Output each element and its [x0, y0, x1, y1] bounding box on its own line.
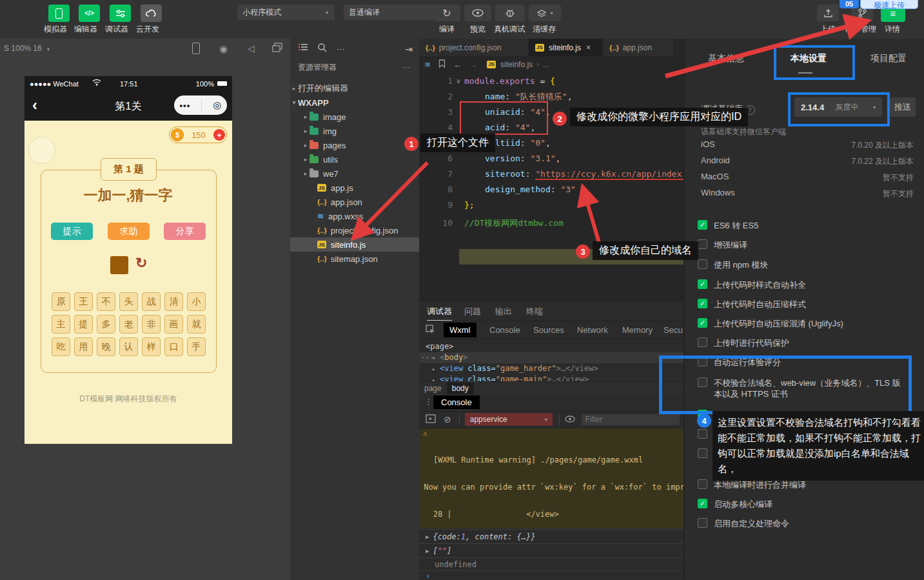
tile[interactable]: 老 [119, 315, 138, 334]
search-icon[interactable] [317, 43, 327, 54]
setting-checkbox-row[interactable]: ES6 转 ES5 [698, 220, 920, 231]
checkbox[interactable] [698, 448, 707, 458]
code-area[interactable]: 1∨module.exports = { 2name: "队长猜猜乐", 3un… [419, 72, 683, 300]
console-result-array[interactable]: ▶ [""] [419, 543, 683, 557]
tile[interactable]: 样 [142, 337, 161, 356]
tile[interactable]: 就 [187, 315, 206, 334]
tile[interactable]: 不 [97, 292, 115, 311]
setting-checkbox-row[interactable]: 使用 npm 模块 [698, 259, 920, 270]
preview-button[interactable] [464, 5, 491, 21]
tab-debugger[interactable]: 调试器 [427, 306, 452, 321]
crumb-page[interactable]: page [419, 383, 447, 394]
bookmark-icon[interactable] [438, 59, 446, 70]
setting-checkbox-row[interactable]: 启动多核心编译 [698, 499, 920, 510]
collapse-panel-icon[interactable]: ⇥ [405, 44, 413, 54]
record-icon[interactable]: ◉ [219, 43, 228, 55]
tile[interactable]: 认 [119, 337, 138, 356]
kebab-menu-icon[interactable]: ⋮ [424, 397, 433, 406]
speaker-icon[interactable]: ◁ [248, 43, 255, 54]
setting-checkbox-row[interactable]: 启用自定义处理命令 [698, 518, 920, 529]
more-button[interactable]: ••• [180, 101, 191, 110]
checkbox[interactable] [698, 239, 707, 249]
tab-local-settings[interactable]: 本地设置 [791, 53, 827, 65]
crumb-body[interactable]: body [447, 383, 474, 394]
console-prompt[interactable]: › [419, 570, 683, 580]
tile[interactable]: 小 [187, 292, 206, 311]
expand-icon[interactable]: ▶ [426, 548, 429, 554]
base-lib-version-select[interactable]: 2.14.4 灰度中 ▾ [794, 97, 882, 117]
project-root-folder[interactable]: ▾ WXAPP [290, 95, 419, 110]
setting-checkbox-row[interactable]: 上传代码时自动压缩混淆 (UglifyJs) [698, 318, 920, 329]
answer-slot[interactable] [110, 256, 128, 274]
editor-tab-active[interactable]: JS siteinfo.js × [529, 39, 603, 56]
tree-item-folder[interactable]: ▸image [290, 110, 431, 124]
push-button[interactable]: 推送 [890, 97, 916, 117]
console-warning[interactable]: ⚠ [WXML Runtime warning] ./pages/game/ga… [419, 428, 683, 528]
devtools-tab-sources[interactable]: Sources [527, 323, 570, 337]
compile-button[interactable]: ↻ [433, 5, 460, 21]
breadcrumb-more[interactable]: ... [543, 60, 549, 69]
tile[interactable]: 提 [74, 315, 93, 334]
multi-window-icon[interactable] [272, 43, 282, 54]
editor-tab[interactable]: {..} app.json [603, 39, 674, 56]
file-list-icon[interactable] [298, 43, 308, 54]
add-coins-button[interactable]: + [213, 129, 225, 141]
coin-counter[interactable]: $ 150 + [169, 126, 227, 143]
nav-forward-icon[interactable]: → [469, 59, 478, 70]
tab-output[interactable]: 输出 [495, 306, 512, 317]
more-icon[interactable]: ··· [337, 44, 345, 54]
tile[interactable]: 吃 [52, 337, 70, 356]
nav-back-icon[interactable]: ← [453, 59, 462, 70]
context-select[interactable]: appservice▾ [465, 413, 553, 426]
explorer-more-icon[interactable]: ··· [402, 62, 410, 72]
close-icon[interactable]: × [586, 43, 591, 52]
setting-checkbox-row[interactable]: 上传代码时自动压缩样式 [698, 299, 920, 310]
exit-target-button[interactable]: ◎ [213, 99, 221, 111]
tree-item-folder[interactable]: ▸img [290, 124, 431, 138]
expand-icon[interactable]: ▶ [426, 534, 429, 540]
simulator-toggle-button[interactable] [48, 5, 70, 22]
console-result-object[interactable]: ▶ {code: 1, content: {…}} [419, 529, 683, 543]
tree-item-folder[interactable]: ▸we7 [290, 166, 431, 181]
panel-icon[interactable] [426, 414, 436, 425]
tile[interactable]: 手 [187, 337, 206, 356]
tile[interactable]: 用 [74, 337, 93, 356]
setting-checkbox-row[interactable]: 上传代码时样式自动补全 [698, 279, 920, 290]
debugger-toggle-button[interactable] [110, 5, 131, 22]
checkbox[interactable] [698, 429, 707, 439]
tab-terminal[interactable]: 终端 [526, 306, 543, 317]
eye-icon[interactable] [565, 415, 575, 425]
tile[interactable]: 头 [119, 292, 138, 311]
tile[interactable]: 多 [97, 315, 115, 334]
checkbox[interactable] [698, 299, 707, 308]
open-editors-section[interactable]: ▸ 打开的编辑器 [290, 81, 419, 95]
console-tab[interactable]: Console [433, 395, 480, 409]
share-button[interactable]: 分享 [164, 223, 206, 240]
checkbox[interactable] [698, 337, 707, 347]
setting-checkbox-row[interactable]: 本地编译时进行合并编译 [698, 479, 920, 490]
tile[interactable]: 原 [52, 292, 70, 311]
devtools-tab-wxml[interactable]: Wxml [444, 323, 477, 337]
tab-basic-info[interactable]: 基本信息 [708, 53, 744, 65]
checkbox[interactable] [698, 357, 707, 366]
tile[interactable]: 非 [142, 315, 161, 334]
clear-cache-button[interactable]: ▾ [529, 5, 561, 21]
cloud-dev-button[interactable] [141, 5, 162, 22]
avatar[interactable] [28, 137, 55, 164]
checkbox[interactable] [698, 279, 707, 289]
checkbox[interactable] [698, 499, 707, 508]
devtools-tab-network[interactable]: Network [571, 323, 614, 337]
devtools-tab-memory[interactable]: Memory [616, 323, 658, 337]
wxml-node-view[interactable]: ▸<view class="game_harder">…</view> [419, 363, 683, 374]
tile[interactable]: 口 [164, 337, 183, 356]
editor-toggle-button[interactable]: </> [79, 5, 100, 22]
tile[interactable]: 画 [164, 315, 183, 334]
hint-button[interactable]: 提示 [51, 223, 93, 240]
upload-button[interactable] [817, 5, 839, 21]
refresh-answer-icon[interactable]: ↻ [135, 255, 147, 272]
setting-checkbox-row[interactable]: 自动运行体验评分 [698, 357, 920, 368]
breadcrumb-file[interactable]: siteinfo.js [500, 60, 533, 69]
checkbox[interactable] [698, 220, 707, 230]
checkbox[interactable] [698, 479, 707, 489]
setting-checkbox-row[interactable]: 不校验合法域名、web-view（业务域名）、TLS 版本以及 HTTPS 证书 [698, 377, 920, 399]
